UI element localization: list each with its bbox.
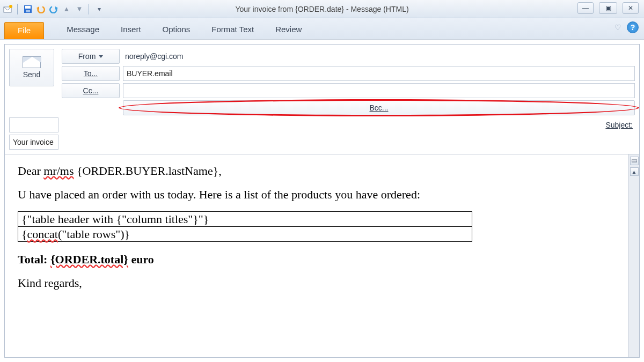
table-row: {concat("table rows")} [18,227,472,242]
subject-label: Subject: [123,117,635,132]
message-body[interactable]: Dear mr/ms {ORDER.BUYER.lastName}, U hav… [5,154,628,357]
tab-options[interactable]: Options [152,20,201,39]
window-controls: — ▣ ✕ [577,2,639,14]
cc-field[interactable] [123,83,635,98]
help-button[interactable]: ? [627,21,639,33]
ribbon-minimize-icon[interactable]: ♡ [614,23,621,32]
body-table: {"table header with {"column titles"}"} … [18,211,472,242]
message-header: Send From noreply@cgi.com To... Cc... Bc… [5,45,639,154]
redo-icon[interactable] [49,4,58,14]
from-button[interactable]: From [62,49,120,64]
file-tab[interactable]: File [4,22,44,39]
svg-point-1 [9,5,12,8]
message-body-area: Dear mr/ms {ORDER.BUYER.lastName}, U hav… [5,154,639,357]
to-button[interactable]: To... [62,66,120,81]
tab-insert[interactable]: Insert [110,20,152,39]
from-value: noreply@cgi.com [123,49,635,64]
table-cell: {"table header with {"column titles"}"} [18,212,472,227]
title-bar: ▲ ▼ ▾ Your invoice from {ORDER.date} - M… [0,0,644,18]
minimize-icon: — [582,5,589,11]
bcc-label: Bcc... [369,104,388,112]
svg-rect-3 [25,6,31,9]
bcc-field[interactable] [9,117,58,132]
close-button[interactable]: ✕ [623,2,639,14]
send-label: Send [23,70,41,79]
tab-message[interactable]: Message [56,20,110,39]
subject-field[interactable] [9,135,58,150]
save-icon[interactable] [23,4,33,14]
separator-icon [17,4,18,14]
close-icon: ✕ [628,5,633,11]
vertical-scrollbar[interactable]: ▲ [628,154,639,357]
bcc-button[interactable]: Bcc... [123,100,635,115]
to-field[interactable] [123,66,635,81]
svg-rect-7 [632,160,637,162]
body-signoff: Kind regards, [18,276,616,290]
tab-format-text[interactable]: Format Text [201,20,265,39]
undo-icon[interactable] [36,4,46,14]
body-intro: U have placed an order with us today. He… [18,188,616,202]
envelope-icon [23,56,41,68]
prev-item-icon[interactable]: ▲ [62,4,71,14]
quick-access-toolbar: ▲ ▼ ▾ [3,4,104,14]
cc-label: Cc... [83,86,99,95]
compose-window: Send From noreply@cgi.com To... Cc... Bc… [4,44,640,358]
table-cell: {concat("table rows")} [18,227,472,242]
maximize-button[interactable]: ▣ [599,2,617,14]
body-greeting: Dear mr/ms {ORDER.BUYER.lastName}, [18,164,616,178]
send-button[interactable]: Send [9,49,54,86]
cc-button[interactable]: Cc... [62,83,120,98]
customize-qat-icon[interactable]: ▾ [94,4,104,14]
from-label: From [78,52,96,61]
chevron-down-icon [99,55,103,58]
maximize-icon: ▣ [605,5,611,11]
tab-review[interactable]: Review [265,20,312,39]
body-total: Total: {ORDER.total} euro [18,253,616,267]
scroll-up-icon[interactable]: ▲ [630,167,639,176]
ribbon: File Message Insert Options Format Text … [0,18,644,40]
next-item-icon[interactable]: ▼ [75,4,84,14]
separator-icon [89,4,89,14]
ruler-toggle-icon[interactable] [630,157,639,165]
minimize-button[interactable]: — [577,2,594,14]
table-row: {"table header with {"column titles"}"} [18,212,472,227]
to-label: To... [84,69,98,78]
mail-new-icon[interactable] [3,4,13,14]
svg-rect-4 [26,10,30,12]
